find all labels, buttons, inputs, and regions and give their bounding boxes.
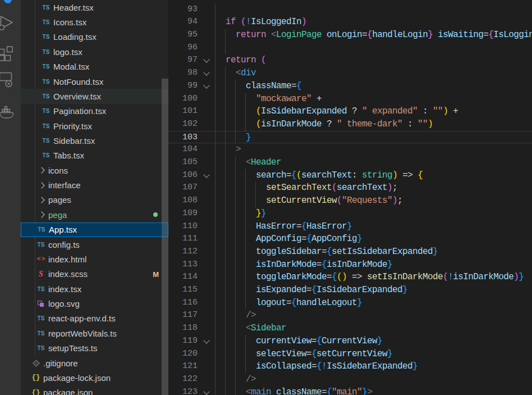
indent-guide	[255, 181, 256, 194]
explorer-file-setupTests.ts[interactable]: TSsetupTests.ts	[21, 341, 168, 356]
line-number: 102	[168, 118, 198, 131]
docker-icon[interactable]	[0, 106, 21, 122]
explorer-sidebar: TSHeader.tsxTSIcons.tsxTSLoading.tsxTSlo…	[21, 0, 168, 395]
explorer-folder-pages[interactable]: pages	[21, 193, 168, 207]
explorer-file-.gitignore[interactable]: .gitignore	[21, 356, 168, 370]
explorer-file-Icons.tsx[interactable]: TSIcons.tsx	[21, 15, 168, 29]
code-text: AppConfig={AppConfig}	[256, 233, 362, 246]
code-line-100[interactable]: 100"mockaware" +	[168, 93, 532, 106]
explorer-file-react-app-env.d.ts[interactable]: TSreact-app-env.d.ts	[21, 311, 168, 326]
explorer-file-Tabs.tsx[interactable]: TSTabs.tsx	[21, 148, 168, 163]
explorer-file-index.html[interactable]: <>index.html	[21, 252, 168, 266]
explorer-folder-interface[interactable]: interface	[21, 178, 168, 192]
explorer-folder-icons[interactable]: icons	[21, 163, 168, 178]
code-line-123[interactable]: 123<main className={"main"}>	[168, 386, 532, 395]
explorer-file-index.scss[interactable]: Sindex.scssM	[21, 267, 168, 282]
explorer-file-logo.tsx[interactable]: TSlogo.tsx	[21, 44, 168, 59]
explorer-file-App.tsx[interactable]: TSApp.tsx	[21, 223, 168, 237]
explorer-file-Modal.tsx[interactable]: TSModal.tsx	[21, 59, 168, 74]
code-line-120[interactable]: 120selectView={setCurrentView}	[168, 348, 532, 361]
code-line-97[interactable]: 97return (	[168, 54, 532, 67]
indent-guide	[215, 309, 215, 322]
file-label: Pagination.tsx	[53, 106, 106, 116]
explorer-file-config.ts[interactable]: TSconfig.ts	[21, 237, 168, 252]
line-number: 104	[168, 143, 198, 156]
code-line-93[interactable]: 93	[168, 3, 532, 16]
code-line-121[interactable]: 121isCollapsed={!IsSidebarExpanded}	[168, 360, 532, 373]
remote-explorer-icon[interactable]	[0, 72, 21, 91]
explorer-file-Header.tsx[interactable]: TSHeader.tsx	[21, 0, 168, 15]
explorer-file-package-lock.json[interactable]: {}package-lock.json	[21, 370, 168, 385]
indent-guide	[225, 246, 226, 258]
code-text: setSearchText(searchText);	[266, 181, 397, 194]
ts-file-icon: TS	[42, 138, 51, 144]
indent-guide	[245, 93, 246, 106]
code-line-109[interactable]: 109}}	[168, 207, 532, 220]
code-line-108[interactable]: 108setCurrentView("Requests");	[168, 194, 532, 207]
fold-chevron-down-icon[interactable]	[203, 69, 209, 75]
code-line-116[interactable]: 116logout={handleLogout}	[168, 297, 532, 310]
indent-guide	[235, 207, 236, 220]
indent-guide	[235, 233, 236, 246]
run-and-debug-icon[interactable]	[0, 14, 21, 33]
explorer-file-index.tsx[interactable]: TSindex.tsx	[21, 282, 168, 296]
indent-guide	[235, 220, 236, 233]
fold-chevron-down-icon[interactable]	[203, 171, 209, 178]
code-line-114[interactable]: 114toggleDarkMode={() => setIsInDarkMode…	[168, 271, 532, 284]
explorer-file-NotFound.tsx[interactable]: TSNotFound.tsx	[21, 74, 168, 89]
code-line-117[interactable]: 117/>	[168, 309, 532, 322]
code-text: }, []);	[226, 0, 261, 2]
fold-chevron-down-icon[interactable]	[203, 388, 209, 394]
fold-chevron-down-icon[interactable]	[203, 337, 209, 343]
indent-guide	[235, 258, 236, 271]
indent-guide	[245, 297, 246, 310]
code-line-98[interactable]: 98<div	[168, 67, 532, 80]
ts-file-icon: TS	[42, 108, 51, 114]
file-label: package-lock.json	[43, 373, 111, 383]
indent-guide	[245, 348, 246, 361]
fold-chevron-down-icon[interactable]	[203, 57, 209, 63]
code-line-118[interactable]: 118<Sidebar	[168, 322, 532, 335]
indent-guide	[225, 335, 226, 348]
explorer-file-logo.svg[interactable]: logo.svg	[21, 296, 168, 311]
code-line-99[interactable]: 99className={	[168, 80, 532, 93]
code-line-119[interactable]: 119currentView={CurrentView}	[168, 335, 532, 348]
code-line-102[interactable]: 102(isInDarkMode ? " theme-dark" : "")	[168, 118, 532, 131]
explorer-file-Overview.tsx[interactable]: TSOverview.tsx	[21, 89, 168, 103]
code-line-110[interactable]: 110HasError={HasError}	[168, 220, 532, 233]
explorer-folder-pega[interactable]: pega	[21, 207, 168, 222]
code-line-107[interactable]: 107setSearchText(searchText);	[168, 181, 532, 194]
code-line-104[interactable]: 104>	[168, 143, 532, 156]
indent-guide	[215, 373, 215, 386]
code-line-103[interactable]: 103}	[168, 131, 532, 144]
sidebar-scrollbar[interactable]	[162, 79, 168, 395]
explorer-file-Sidebar.tsx[interactable]: TSSidebar.tsx	[21, 133, 168, 148]
code-line-96[interactable]: 96	[168, 42, 532, 55]
fold-chevron-down-icon[interactable]	[203, 82, 209, 88]
indent-guide	[215, 258, 215, 271]
code-line-105[interactable]: 105<Header	[168, 156, 532, 169]
indent-guide	[225, 131, 226, 143]
code-line-95[interactable]: 95return <LoginPage onLogin={handleLogin…	[168, 29, 532, 42]
code-line-115[interactable]: 115isExpanded={IsSidebarExpanded}	[168, 284, 532, 297]
code-line-113[interactable]: 113isInDarkMode={isInDarkMode}	[168, 258, 532, 271]
explorer-file-Priority.tsx[interactable]: TSPriority.tsx	[21, 119, 168, 133]
ts-file-icon: TS	[42, 34, 51, 40]
ts-file-icon: TS	[42, 19, 51, 25]
git-modified-badge: M	[153, 270, 159, 278]
indent-guide	[225, 80, 226, 93]
indent-guide	[215, 169, 215, 182]
code-line-94[interactable]: 94if (!IsLoggedIn)	[168, 16, 532, 29]
code-line-92[interactable]: 92}, []);	[168, 0, 532, 2]
explorer-file-package.json[interactable]: {}package.json	[21, 385, 168, 395]
extensions-icon[interactable]	[0, 46, 21, 64]
explorer-file-Loading.tsx[interactable]: TSLoading.tsx	[21, 30, 168, 44]
code-line-106[interactable]: 106search={(searchText: string) => {	[168, 169, 532, 182]
explorer-file-Pagination.tsx[interactable]: TSPagination.tsx	[21, 104, 168, 119]
explorer-file-reportWebVitals.ts[interactable]: TSreportWebVitals.ts	[21, 326, 168, 340]
code-line-112[interactable]: 112toggleSidebar={setIsSidebarExpanded}	[168, 246, 532, 258]
code-editor[interactable]: 92}, []);9394if (!IsLoggedIn)95return <L…	[168, 0, 532, 395]
code-line-101[interactable]: 101(IsSidebarExpanded ? " expanded" : ""…	[168, 105, 532, 118]
code-line-111[interactable]: 111AppConfig={AppConfig}	[168, 233, 532, 246]
code-line-122[interactable]: 122/>	[168, 373, 532, 386]
